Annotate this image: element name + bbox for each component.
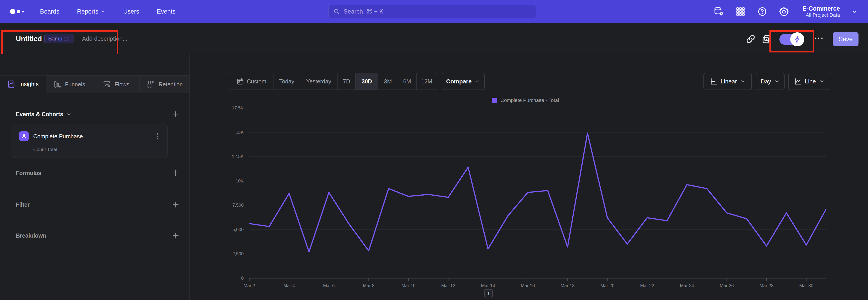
x-tick [289, 278, 289, 281]
sampling-toggle[interactable] [779, 34, 801, 45]
search-box[interactable] [329, 5, 536, 18]
settings-gear-icon[interactable] [779, 6, 789, 17]
chevron-down-icon [851, 8, 858, 15]
duplicate-add-icon[interactable] [761, 34, 772, 44]
help-icon[interactable] [757, 6, 767, 17]
events-cohorts-label[interactable]: Events & Cohorts [16, 111, 71, 118]
x-tick [249, 278, 250, 281]
x-tick [647, 278, 647, 281]
more-options-button[interactable]: ⋯ [814, 32, 825, 43]
project-name: E-Commerce [802, 5, 840, 12]
chart-type-label: Line [805, 78, 816, 85]
range-yesterday[interactable]: Yesterday [300, 73, 338, 90]
data-management-icon[interactable] [714, 6, 724, 17]
tab-retention[interactable]: Retention [140, 76, 189, 93]
x-tick-label: Mar 10 [401, 283, 415, 288]
x-tick [567, 278, 568, 281]
y-tick-label: 15K [236, 129, 244, 135]
add-filter-button[interactable] [172, 201, 180, 208]
x-tick [368, 278, 369, 281]
x-tick-label: Mar 22 [640, 283, 654, 288]
line-chart-icon [794, 78, 802, 85]
range-12m[interactable]: 12M [416, 73, 437, 90]
nav-right-cluster: E-Commerce All Project Data [714, 0, 858, 23]
range-3m[interactable]: 3M [378, 73, 398, 90]
x-tick [766, 278, 767, 281]
range-label: 3M [384, 78, 392, 85]
y-tick-label: 5,000 [232, 227, 244, 232]
date-range-selector: Custom Today Yesterday 7D 30D 3M 6M 12M [229, 73, 437, 90]
add-breakdown-button[interactable] [172, 232, 180, 239]
tab-insights[interactable]: Insights [0, 76, 46, 93]
y-tick-label: 0 [241, 276, 244, 281]
range-custom[interactable]: Custom [229, 73, 274, 90]
range-label: Today [279, 78, 294, 85]
event-card[interactable]: A Complete Purchase Count Total [11, 124, 168, 158]
insights-icon [7, 80, 16, 89]
x-tick-label: Mar 24 [680, 283, 694, 288]
report-title[interactable]: Untitled [16, 35, 42, 43]
series-line [249, 133, 826, 252]
range-label: 6M [403, 78, 411, 85]
x-tick-label: Mar 8 [363, 283, 374, 288]
sampled-badge[interactable]: Sampled [44, 34, 73, 43]
x-tick-label: Mar 12 [441, 283, 455, 288]
range-label: Yesterday [306, 78, 331, 85]
save-button[interactable]: Save [833, 32, 859, 46]
nav-label: Boards [40, 8, 59, 15]
tab-funnels[interactable]: Funnels [46, 76, 92, 93]
x-tick [806, 278, 807, 281]
line-chart-plot[interactable]: 02,5005,0007,50010K12.5K15K17.5KMar 2Mar… [249, 108, 826, 278]
x-tick-label: Mar 18 [561, 283, 575, 288]
search-input[interactable] [344, 8, 531, 15]
section-label: Events & Cohorts [16, 111, 63, 118]
y-tick-label: 10K [236, 178, 244, 183]
search-icon [333, 8, 340, 15]
mixpanel-logo[interactable] [10, 9, 24, 14]
event-name: Complete Purchase [33, 133, 83, 140]
tab-label: Flows [115, 81, 129, 88]
interval-dropdown[interactable]: Day [756, 73, 784, 90]
add-description[interactable]: + Add description... [77, 35, 127, 42]
kebab-menu-icon[interactable] [153, 132, 162, 141]
range-6m[interactable]: 6M [398, 73, 416, 90]
nav-item-events[interactable]: Events [157, 8, 176, 15]
tab-label: Funnels [65, 81, 85, 88]
report-tabs: Insights Funnels Flows Retention [0, 75, 189, 93]
events-cohorts-header: Events & Cohorts [16, 110, 180, 118]
funnels-icon [53, 80, 61, 89]
chart-type-dropdown[interactable]: Line [788, 73, 830, 90]
scale-dropdown[interactable]: Linear [704, 73, 752, 90]
range-today[interactable]: Today [274, 73, 300, 90]
retention-icon [146, 80, 155, 89]
nav-item-users[interactable]: Users [123, 8, 139, 15]
add-event-button[interactable] [172, 110, 180, 118]
chart-legend[interactable]: Complete Purchase - Total [492, 97, 559, 103]
flows-icon [102, 80, 111, 89]
apps-grid-icon[interactable] [735, 6, 746, 17]
tab-flows[interactable]: Flows [92, 76, 140, 93]
x-tick [687, 278, 687, 281]
copy-link-icon[interactable] [745, 34, 756, 44]
nav-item-reports[interactable]: Reports [77, 8, 106, 15]
x-tick [726, 278, 727, 281]
event-metric[interactable]: Count Total [33, 147, 57, 152]
chevron-down-icon [819, 79, 825, 84]
tab-label: Retention [158, 81, 183, 88]
compare-button[interactable]: Compare [442, 73, 485, 90]
query-sidebar: Insights Funnels Flows Retention Events … [0, 54, 190, 300]
pagination-page-1[interactable]: 1 [484, 289, 493, 298]
tab-label: Insights [19, 81, 39, 88]
add-formula-button[interactable] [172, 169, 180, 177]
nav-label: Reports [77, 8, 98, 15]
top-nav: Boards Reports Users Events E-Commerce A… [0, 0, 868, 23]
x-tick-label: Mar 6 [323, 283, 335, 288]
x-tick-label: Mar 2 [243, 283, 255, 288]
range-30d[interactable]: 30D [355, 73, 378, 90]
project-selector[interactable]: E-Commerce All Project Data [802, 5, 840, 18]
filter-section: Filter [16, 201, 180, 208]
chevron-down-icon [101, 9, 105, 14]
nav-item-boards[interactable]: Boards [40, 8, 59, 15]
x-tick [528, 278, 528, 281]
range-7d[interactable]: 7D [338, 73, 355, 90]
